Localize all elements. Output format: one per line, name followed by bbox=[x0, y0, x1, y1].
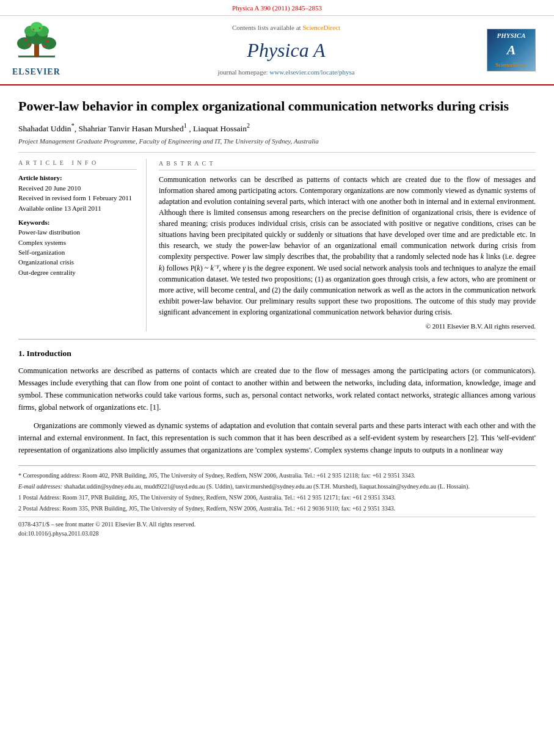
author-3-sup: 2 bbox=[247, 122, 250, 129]
keyword-item: Complex systems bbox=[18, 238, 137, 247]
article-history: Article history: Received 20 June 2010 R… bbox=[18, 173, 137, 213]
affiliation-text: Project Management Graduate Programme, F… bbox=[18, 137, 536, 146]
keyword-item: Power-law distribution bbox=[18, 228, 137, 237]
svg-point-13 bbox=[39, 27, 41, 29]
elsevier-tree-icon bbox=[12, 22, 61, 65]
history-entry: Received 20 June 2010 bbox=[18, 184, 137, 193]
keyword-item: Organizational crisis bbox=[18, 258, 137, 267]
author-1: Shahadat Uddin bbox=[18, 123, 71, 133]
footer-notes: * Corresponding address: Room 402, PNR B… bbox=[18, 465, 536, 538]
journal-name-section: Contents lists available at ScienceDirec… bbox=[86, 23, 487, 77]
author-1-name-extra: Shahriar Tanvir Hasan Murshed bbox=[78, 123, 183, 133]
journal-citation-bar: Physica A 390 (2011) 2845–2853 bbox=[0, 0, 554, 16]
abstract-paragraph: Communication networks can be described … bbox=[159, 174, 536, 318]
keywords-label: Keywords: bbox=[18, 218, 137, 227]
footnote-1: 1 Postal Address: Room 317, PNR Building… bbox=[18, 493, 536, 502]
author-1-sup: * bbox=[71, 122, 75, 129]
article-info-column: A R T I C L E I N F O Article history: R… bbox=[18, 159, 147, 332]
history-label: Article history: bbox=[18, 173, 137, 183]
elsevier-logo: ELSEVIER bbox=[12, 22, 86, 78]
intro-paragraph-2: Organizations are commonly viewed as dyn… bbox=[18, 420, 536, 456]
svg-point-8 bbox=[24, 39, 27, 42]
journal-homepage-link[interactable]: www.elsevier.com/locate/physa bbox=[269, 68, 354, 76]
footnote-2: 2 Postal Address: Room 335, PNR Building… bbox=[18, 504, 536, 513]
thumb-letter: A bbox=[495, 41, 527, 60]
sciencedirect-link[interactable]: ScienceDirect bbox=[302, 24, 340, 31]
issn-line: 0378-4371/$ – see front matter © 2011 El… bbox=[18, 520, 536, 529]
authors-line: Shahadat Uddin*, Shahriar Tanvir Hasan M… bbox=[18, 122, 536, 134]
article-title: Power-law behavior in complex organizati… bbox=[18, 98, 536, 115]
svg-point-9 bbox=[28, 44, 31, 46]
main-content: Power-law behavior in complex organizati… bbox=[0, 85, 554, 538]
email-addresses: shahadat.uddin@sydney.edu.au, mudd9221@u… bbox=[64, 483, 470, 490]
journal-header: ELSEVIER Contents lists available at Sci… bbox=[0, 16, 554, 85]
journal-homepage-text: journal homepage: www.elsevier.com/locat… bbox=[86, 68, 487, 77]
journal-citation: Physica A 390 (2011) 2845–2853 bbox=[232, 4, 322, 12]
history-entries: Received 20 June 2010 Received in revise… bbox=[18, 184, 137, 213]
history-entry: Received in revised form 1 February 2011 bbox=[18, 194, 137, 203]
introduction-section: 1. Introduction Communication networks a… bbox=[18, 347, 536, 457]
doi-line: doi:10.1016/j.physa.2011.03.028 bbox=[18, 529, 536, 538]
copyright-notice: © 2011 Elsevier B.V. All rights reserved… bbox=[159, 321, 536, 332]
two-column-section: A R T I C L E I N F O Article history: R… bbox=[18, 159, 536, 332]
abstract-column: A B S T R A C T Communication networks c… bbox=[159, 159, 536, 332]
journal-title: Physica A bbox=[86, 37, 487, 64]
sciencedirect-badge: ScienceDirect bbox=[495, 61, 527, 69]
svg-point-3 bbox=[17, 37, 32, 49]
abstract-heading: A B S T R A C T bbox=[159, 159, 536, 170]
svg-point-4 bbox=[42, 37, 56, 49]
elsevier-wordmark: ELSEVIER bbox=[12, 66, 60, 78]
intro-paragraph-1: Communication networks are described as … bbox=[18, 365, 536, 413]
history-entry: Available online 13 April 2011 bbox=[18, 204, 137, 213]
svg-point-11 bbox=[43, 45, 45, 48]
author-2: , Liaquat Hossain bbox=[189, 123, 247, 133]
section-title: 1. Introduction bbox=[18, 347, 536, 360]
svg-point-10 bbox=[46, 40, 49, 43]
keyword-item: Self-organization bbox=[18, 248, 137, 257]
page: Physica A 390 (2011) 2845–2853 bbox=[0, 0, 554, 756]
corresponding-author-note: * Corresponding address: Room 402, PNR B… bbox=[18, 471, 536, 480]
keywords-list: Power-law distribution Complex systems S… bbox=[18, 228, 137, 277]
abstract-text: Communication networks can be described … bbox=[159, 174, 536, 318]
article-info-heading: A R T I C L E I N F O bbox=[18, 159, 137, 170]
footer-doi: 0378-4371/$ – see front matter © 2011 El… bbox=[18, 517, 536, 538]
keywords-section: Keywords: Power-law distribution Complex… bbox=[18, 218, 137, 277]
keyword-item: Out-degree centrality bbox=[18, 268, 137, 277]
svg-point-7 bbox=[31, 22, 43, 32]
abstract-section: A B S T R A C T Communication networks c… bbox=[159, 159, 536, 332]
journal-cover-thumbnail: PHYSICA A ScienceDirect bbox=[487, 29, 536, 71]
thumb-title: PHYSICA bbox=[495, 31, 527, 40]
section-divider bbox=[18, 339, 536, 340]
contents-available-text: Contents lists available at ScienceDirec… bbox=[86, 23, 487, 32]
article-info-box: A R T I C L E I N F O Article history: R… bbox=[18, 159, 137, 277]
article-title-section: Power-law behavior in complex organizati… bbox=[18, 85, 536, 153]
svg-point-12 bbox=[33, 29, 35, 31]
email-label: E-mail addresses: bbox=[18, 483, 62, 490]
email-note: E-mail addresses: shahadat.uddin@sydney.… bbox=[18, 482, 536, 491]
elsevier-logo-section: ELSEVIER bbox=[12, 22, 86, 78]
journal-thumbnail-section: PHYSICA A ScienceDirect bbox=[487, 29, 542, 71]
author-2-sup: 1 bbox=[184, 122, 187, 129]
